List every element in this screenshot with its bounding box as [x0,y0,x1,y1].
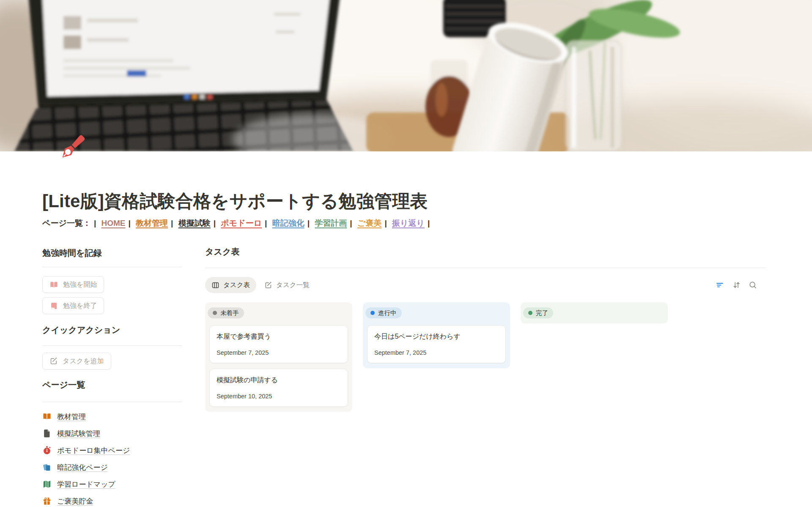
page-list-heading: ページ一覧 [42,379,182,391]
nav-separator: | [214,219,216,227]
page-link-label: 暗記強化ページ [57,463,108,472]
task-card[interactable]: 今日は5ページだけ終わらす September 7, 2025 [367,325,506,363]
divider [42,402,182,402]
add-task-label: タスクを追加 [63,357,104,366]
gift-icon [42,496,52,506]
status-dot [213,311,217,315]
board-toolbar [715,280,765,290]
nav-separator: | [307,219,310,227]
page-icon-fountain-pen[interactable] [55,131,89,165]
fountain-pen-icon [55,131,89,165]
tab-board-label: タスク表 [223,281,250,290]
filter-button[interactable] [715,280,725,290]
status-dot [370,311,375,315]
sort-icon [732,280,741,290]
task-card[interactable]: 本屋で参考書買う September 7, 2025 [209,325,348,363]
kanban-column-in-progress: 進行中 今日は5ページだけ終わらす September 7, 2025 [363,302,510,368]
status-dot [528,311,532,315]
tab-board-view[interactable]: タスク表 [205,277,256,293]
task-board-section: タスク表 タスク表 タスク一覧 [205,246,765,412]
add-task-button[interactable]: タスクを追加 [42,353,111,370]
task-card[interactable]: 模擬試験の申請する September 10, 2025 [209,369,348,407]
status-label: 完了 [536,309,548,317]
orange-book-icon [42,412,52,421]
page-nav: ページ一覧：| HOME| 教材管理| 模擬試験| ポモドーロ| 暗記強化| 学… [42,218,433,229]
nav-separator: | [129,219,131,227]
nav-link-memorization[interactable]: 暗記強化 [272,219,304,227]
page-link-label: ご褒美貯金 [57,496,93,506]
divider [42,267,182,267]
nav-link-home[interactable]: HOME [102,219,126,227]
page-link-label: 学習ロードマップ [57,480,115,489]
status-pill-done[interactable]: 完了 [523,307,553,318]
study-time-heading: 勉強時間を記録 [42,247,182,259]
task-title: 本屋で参考書買う [217,332,341,341]
page-link-label: 教材管理 [57,412,86,422]
nav-link-pomodoro[interactable]: ポモドーロ [221,219,262,227]
open-book-icon [49,280,58,289]
task-due-date: September 7, 2025 [374,349,499,356]
timer-icon [42,446,52,455]
divider [205,268,765,268]
page-nav-label: ページ一覧： [42,219,91,227]
filter-icon [715,280,724,290]
tab-list-view[interactable]: タスク一覧 [264,281,310,290]
search-icon [748,280,757,290]
page-link-materials[interactable]: 教材管理 [42,408,182,425]
flashcards-icon [42,463,52,472]
page-link-roadmap[interactable]: 学習ロードマップ [42,476,182,493]
kanban-board: 未着手 本屋で参考書買う September 7, 2025 模擬試験の申請する… [205,302,765,412]
kanban-column-done: 完了 [521,302,668,323]
closed-book-icon [49,301,58,310]
board-view-icon [211,281,219,289]
cover-photo [0,0,812,151]
nav-separator: | [384,219,387,227]
cover-photo-illustration [0,0,812,151]
page-link-memorization[interactable]: 暗記強化ページ [42,459,182,476]
quick-actions-heading: クイックアクション [42,324,182,336]
nav-separator: | [171,219,173,227]
status-pill-in-progress[interactable]: 進行中 [365,307,402,318]
end-study-button[interactable]: 勉強を終了 [42,297,104,314]
status-pill-not-started[interactable]: 未着手 [208,307,244,318]
nav-link-reward[interactable]: ご褒美 [357,219,381,227]
nav-link-review[interactable]: 振り返り [392,219,425,227]
nav-separator: | [350,219,352,227]
nav-link-study-plan[interactable]: 学習計画 [315,219,347,227]
document-icon [42,429,52,438]
divider [42,345,182,346]
page-link-mock-exam-management[interactable]: 模擬試験管理 [42,425,182,442]
nav-link-mock-exam[interactable]: 模擬試験 [178,219,211,227]
page-list: 教材管理 模擬試験管理 ポモドーロ集中ページ [42,408,182,507]
tab-list-label: タスク一覧 [276,281,310,290]
page-link-reward-savings[interactable]: ご褒美貯金 [42,493,182,507]
nav-separator: | [428,219,430,227]
task-due-date: September 7, 2025 [217,349,341,356]
task-due-date: September 10, 2025 [217,392,341,400]
nav-separator: | [94,219,96,227]
nav-link-materials[interactable]: 教材管理 [136,219,168,227]
page-link-pomodoro[interactable]: ポモドーロ集中ページ [42,442,182,459]
end-study-label: 勉強を終了 [63,301,97,310]
kanban-column-not-started: 未着手 本屋で参考書買う September 7, 2025 模擬試験の申請する… [205,302,352,412]
pencil-square-icon [264,281,272,289]
page-link-label: ポモドーロ集中ページ [57,446,130,455]
start-study-label: 勉強を開始 [63,280,97,289]
task-title: 今日は5ページだけ終わらす [374,332,499,341]
left-sidebar: 勉強時間を記録 勉強を開始 勉強を終了 クイックアクション [42,247,182,507]
status-label: 未着手 [220,309,239,317]
task-title: 模擬試験の申請する [217,375,341,385]
view-tabbar: タスク表 タスク一覧 [205,277,765,293]
status-label: 進行中 [378,309,397,317]
board-heading: タスク表 [205,246,765,258]
search-button[interactable] [748,280,758,290]
sort-button[interactable] [731,280,741,290]
page-link-label: 模擬試験管理 [57,429,100,438]
pencil-square-icon [49,357,58,365]
start-study-button[interactable]: 勉強を開始 [42,276,104,293]
nav-separator: | [265,219,267,227]
map-icon [42,480,52,489]
page-title: [Lite版]資格試験合格をサポートする勉強管理表 [42,189,428,213]
